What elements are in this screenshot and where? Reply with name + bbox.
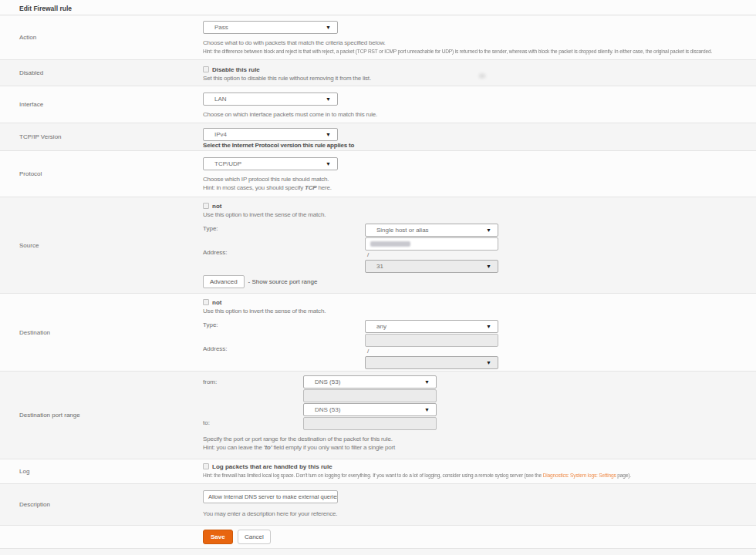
row-disabled: Disabled Disable this rule Set this opti… — [0, 60, 756, 86]
disabled-label: Disabled — [0, 60, 203, 86]
page-footer-strip — [0, 549, 756, 555]
chevron-down-icon: ▼ — [486, 324, 491, 329]
chevron-down-icon: ▼ — [424, 379, 430, 385]
chevron-down-icon: ▼ — [326, 25, 331, 30]
save-button[interactable]: Save — [203, 530, 233, 544]
port-to-select-value: DNS (53) — [315, 406, 340, 413]
destination-type-select[interactable]: any ▼ — [365, 320, 498, 333]
row-buttons: Save Cancel — [0, 526, 756, 549]
source-type-label: Type: — [203, 225, 365, 232]
chevron-down-icon: ▼ — [486, 264, 491, 269]
destination-address-label: Address: — [203, 345, 365, 352]
chevron-down-icon: ▼ — [486, 227, 491, 233]
protocol-help: Choose which IP protocol this rule shoul… — [203, 175, 756, 183]
port-to-custom-input[interactable] — [303, 417, 437, 430]
chevron-down-icon: ▼ — [326, 161, 331, 166]
disable-rule-checkbox-label: Disable this rule — [212, 66, 260, 73]
row-ip-version: TCP/IP Version IPv4 ▼ Select the Interne… — [0, 123, 756, 151]
source-address-label: Address: — [203, 249, 365, 256]
row-log: Log Log packets that are handled by this… — [0, 459, 756, 484]
chevron-down-icon: ▼ — [326, 132, 331, 137]
source-type-select-value: Single host or alias — [376, 227, 429, 234]
chevron-down-icon: ▼ — [486, 360, 491, 365]
disable-rule-checkbox[interactable] — [203, 66, 209, 72]
port-range-help: Specify the port or port range for the d… — [203, 435, 756, 443]
protocol-hint-emphasis: TCP — [305, 184, 316, 191]
log-checkbox-label: Log packets that are handled by this rul… — [212, 463, 332, 470]
interface-select[interactable]: LAN ▼ — [203, 92, 338, 106]
destination-mask-separator: / — [365, 348, 498, 355]
row-source: Source not Use this option to invert the… — [0, 197, 756, 294]
row-protocol: Protocol TCP/UDP ▼ Choose which IP proto… — [0, 151, 756, 197]
log-label: Log — [0, 459, 203, 483]
ip-version-help: Select the Internet Protocol version thi… — [203, 141, 756, 150]
row-destination: Destination not Use this option to inver… — [0, 294, 756, 372]
row-interface: Interface LAN ▼ Choose on which interfac… — [0, 86, 756, 123]
ip-version-select[interactable]: IPv4 ▼ — [203, 128, 338, 141]
port-from-custom-input[interactable] — [303, 389, 437, 402]
action-help: Choose what to do with packets that matc… — [203, 39, 756, 47]
description-input[interactable]: Allow Internal DNS server to make extern… — [203, 490, 338, 503]
destination-type-select-value: any — [376, 323, 386, 330]
port-to-label: to: — [203, 419, 303, 426]
chevron-down-icon: ▼ — [326, 96, 331, 102]
diagnostics-syslog-settings-link[interactable]: Diagnostics: System logs: Settings — [543, 472, 616, 479]
destination-not-checkbox[interactable] — [203, 299, 209, 305]
log-hint: Hint: the firewall has limited local log… — [203, 471, 656, 479]
interface-select-value: LAN — [214, 96, 227, 103]
protocol-label: Protocol — [0, 151, 203, 197]
port-to-select[interactable]: DNS (53) ▼ — [303, 403, 437, 416]
ip-version-label: TCP/IP Version — [0, 123, 203, 150]
source-mask-select-value: 31 — [376, 263, 383, 270]
destination-label: Destination — [0, 294, 203, 371]
destination-port-range-label: Destination port range — [0, 372, 203, 459]
cancel-button[interactable]: Cancel — [238, 530, 271, 544]
protocol-select-value: TCP/UDP — [214, 160, 241, 167]
source-not-label: not — [212, 203, 221, 210]
action-label: Action — [0, 15, 203, 59]
description-input-value: Allow Internal DNS server to make extern… — [208, 493, 338, 500]
redacted-address-value — [370, 241, 410, 247]
edit-firewall-rule-panel: Edit Firewall rule Action Pass ▼ Choose … — [0, 0, 756, 555]
source-label: Source — [0, 197, 203, 293]
description-label: Description — [0, 484, 203, 525]
port-from-select-value: DNS (53) — [315, 378, 340, 385]
row-description: Description Allow Internal DNS server to… — [0, 484, 756, 526]
advanced-note: - Show source port range — [248, 278, 318, 285]
port-range-hint-emphasis: 'to' — [264, 444, 272, 451]
destination-not-help: Use this option to invert the sense of t… — [203, 307, 756, 315]
port-from-select[interactable]: DNS (53) ▼ — [303, 375, 437, 388]
disabled-help: Set this option to disable this rule wit… — [203, 74, 756, 82]
advanced-button[interactable]: Advanced — [203, 275, 245, 288]
interface-help: Choose on which interface packets must c… — [203, 110, 756, 119]
interface-label: Interface — [0, 86, 203, 123]
source-mask-separator: / — [365, 251, 498, 259]
destination-type-label: Type: — [203, 321, 365, 328]
page-title: Edit Firewall rule — [0, 0, 756, 15]
protocol-select[interactable]: TCP/UDP ▼ — [203, 157, 338, 170]
destination-not-label: not — [212, 299, 221, 306]
row-destination-port-range: Destination port range from: to: DNS (53… — [0, 372, 756, 459]
source-not-checkbox[interactable] — [203, 203, 209, 209]
action-select[interactable]: Pass ▼ — [203, 21, 338, 34]
source-mask-select[interactable]: 31 ▼ — [365, 260, 498, 273]
source-address-input[interactable] — [365, 237, 498, 251]
log-checkbox[interactable] — [203, 463, 209, 469]
action-hint: Hint: the difference between block and r… — [203, 47, 656, 56]
source-type-select[interactable]: Single host or alias ▼ — [365, 224, 498, 237]
port-range-hint: Hint: you can leave the 'to' field empty… — [203, 443, 756, 452]
row-action: Action Pass ▼ Choose what to do with pac… — [0, 15, 756, 60]
port-from-label: from: — [203, 378, 303, 385]
ip-version-select-value: IPv4 — [214, 131, 227, 138]
description-help: You may enter a description here for you… — [203, 510, 756, 518]
source-not-help: Use this option to invert the sense of t… — [203, 210, 756, 219]
destination-address-input[interactable] — [365, 334, 498, 347]
chevron-down-icon: ▼ — [424, 407, 430, 412]
protocol-hint: Hint: in most cases, you should specify … — [203, 183, 756, 192]
destination-mask-select[interactable]: ▼ — [365, 356, 498, 369]
action-select-value: Pass — [214, 24, 228, 31]
